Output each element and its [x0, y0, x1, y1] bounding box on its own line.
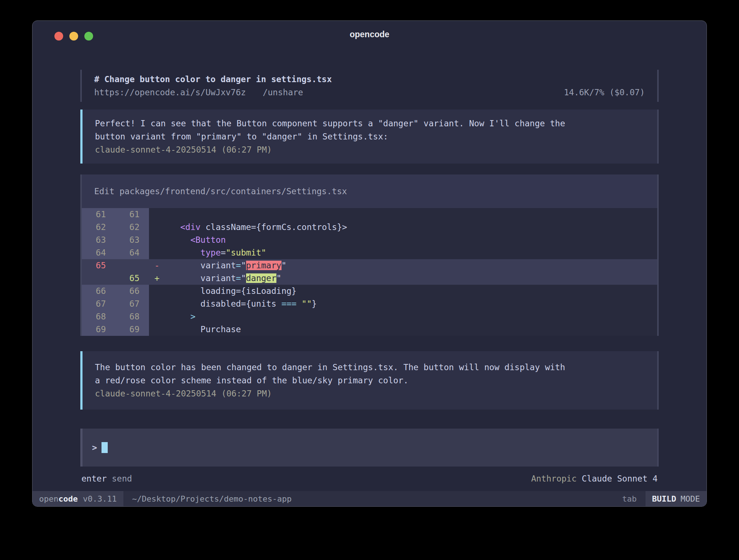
- diff-table: 61616262 <div className={formCs.controls…: [82, 208, 657, 336]
- diff-change-marker: [149, 310, 165, 323]
- diff-change-marker: [149, 208, 165, 221]
- diff-row: 6767 disabled={units === ""}: [82, 298, 657, 310]
- session-header: # Change button color to danger in setti…: [80, 70, 659, 102]
- opencode-window: opencode # Change button color to danger…: [32, 20, 707, 507]
- status-bar: opencodev0.3.11 ~/Desktop/Projects/demo-…: [32, 491, 707, 506]
- diff-row: 6868 >: [82, 310, 657, 323]
- diff-row: 6666 loading={isLoading}: [82, 285, 657, 298]
- diff-code-line: variant="danger": [165, 272, 657, 285]
- working-directory: ~/Desktop/Projects/demo-notes-app: [132, 491, 292, 506]
- diff-code-line: Purchase: [165, 323, 657, 336]
- message-line: a red/rose color scheme instead of the b…: [95, 374, 645, 387]
- diff-new-line-number: 64: [115, 246, 149, 259]
- diff-row: 6363 <Button: [82, 234, 657, 246]
- code-token: type: [200, 248, 221, 257]
- diff-old-line-number: 66: [82, 285, 115, 298]
- diff-new-line-number: 68: [115, 310, 149, 323]
- diff-old-line-number: 67: [82, 298, 115, 310]
- code-token: Purchase: [170, 325, 241, 334]
- code-token: [170, 312, 190, 321]
- code-token: =: [221, 248, 226, 257]
- diff-code-line: <div className={formCs.controls}>: [165, 221, 657, 234]
- diff-code-line: disabled={units === ""}: [165, 298, 657, 310]
- diff-new-line-number: 61: [115, 208, 149, 221]
- send-hint-key: enter: [81, 474, 107, 483]
- app-version: v0.3.11: [83, 494, 117, 503]
- diff-new-line-number: 63: [115, 234, 149, 246]
- diff-code-line: <Button: [165, 234, 657, 246]
- code-token: [170, 222, 180, 232]
- code-token: =: [236, 273, 241, 283]
- code-token: variant: [170, 273, 236, 283]
- code-token: [170, 248, 200, 257]
- code-token: ": [241, 261, 246, 270]
- prompt-footer: entersend AnthropicClaude Sonnet 4: [80, 472, 659, 485]
- diff-new-line-number: 67: [115, 298, 149, 310]
- session-title: # Change button color to danger in setti…: [94, 73, 645, 86]
- model-indicator: AnthropicClaude Sonnet 4: [531, 472, 658, 485]
- diff-old-line-number: 69: [82, 323, 115, 336]
- code-token: className={formCs.controls}>: [200, 222, 347, 232]
- edit-tool-title: Edit packages/frontend/src/containers/Se…: [82, 174, 657, 208]
- code-token: ===: [282, 299, 297, 308]
- code-token: [170, 235, 190, 245]
- code-token: >: [190, 312, 195, 321]
- token-usage: 14.6K/7% ($0.07): [564, 86, 645, 99]
- diff-new-line-number: 66: [115, 285, 149, 298]
- diff-old-line-number: 68: [82, 310, 115, 323]
- window-title: opencode: [32, 30, 707, 39]
- code-token: ": [282, 261, 287, 270]
- code-token: <Button: [190, 235, 226, 245]
- code-token: =: [236, 261, 241, 270]
- session-subheader: https://opencode.ai/s/UwJxv76z /unshare …: [94, 86, 645, 99]
- diff-new-line-number: 65: [115, 272, 149, 285]
- code-token: danger: [246, 273, 276, 283]
- diff-new-line-number: 62: [115, 221, 149, 234]
- code-token: <div: [180, 222, 200, 232]
- mode-build-label: BUILD: [652, 494, 676, 503]
- send-hint: entersend: [81, 472, 132, 485]
- diff-code-line: >: [165, 310, 657, 323]
- tab-hint[interactable]: tab: [622, 491, 637, 506]
- code-token: loading={isLoading}: [170, 286, 296, 296]
- unshare-command: /unshare: [263, 86, 303, 99]
- diff-change-marker: +: [149, 272, 165, 285]
- diff-row: 6969 Purchase: [82, 323, 657, 336]
- diff-change-marker: [149, 234, 165, 246]
- flex-spacer: [80, 485, 659, 491]
- assistant-message-1: Perfect! I can see that the Button compo…: [80, 110, 659, 164]
- prompt-input[interactable]: >: [80, 429, 659, 467]
- message-model-meta: claude-sonnet-4-20250514 (06:27 PM): [95, 387, 645, 400]
- diff-change-marker: [149, 323, 165, 336]
- main-content: # Change button color to danger in setti…: [32, 49, 707, 491]
- code-token: ": [241, 273, 246, 283]
- code-token: }: [312, 299, 317, 308]
- diff-change-marker: -: [149, 259, 165, 272]
- diff-old-line-number: 63: [82, 234, 115, 246]
- statusbar-spacer: [292, 491, 622, 506]
- diff-code-line: [165, 208, 657, 221]
- diff-new-line-number: 69: [115, 323, 149, 336]
- model-name: Claude Sonnet 4: [582, 474, 658, 483]
- diff-old-line-number: 62: [82, 221, 115, 234]
- diff-old-line-number: [82, 272, 115, 285]
- provider-name: Anthropic: [531, 474, 577, 483]
- diff-code-line: type="submit": [165, 246, 657, 259]
- edit-tool-card: Edit packages/frontend/src/containers/Se…: [80, 174, 659, 336]
- code-token: "submit": [226, 248, 266, 257]
- send-hint-action: send: [112, 474, 132, 483]
- diff-change-marker: [149, 246, 165, 259]
- diff-new-line-number: [115, 259, 149, 272]
- diff-row: 6464 type="submit": [82, 246, 657, 259]
- diff-code-line: loading={isLoading}: [165, 285, 657, 298]
- diff-change-marker: [149, 221, 165, 234]
- app-name-code: code: [58, 494, 78, 503]
- window-titlebar: opencode: [32, 21, 707, 49]
- code-token: "": [302, 299, 312, 308]
- message-model-meta: claude-sonnet-4-20250514 (06:27 PM): [95, 143, 645, 156]
- diff-row: 6161: [82, 208, 657, 221]
- share-url: https://opencode.ai/s/UwJxv76z: [94, 86, 246, 99]
- message-line: button variant from "primary" to "danger…: [95, 130, 645, 143]
- diff-row: 6262 <div className={formCs.controls}>: [82, 221, 657, 234]
- code-token: primary: [246, 261, 282, 270]
